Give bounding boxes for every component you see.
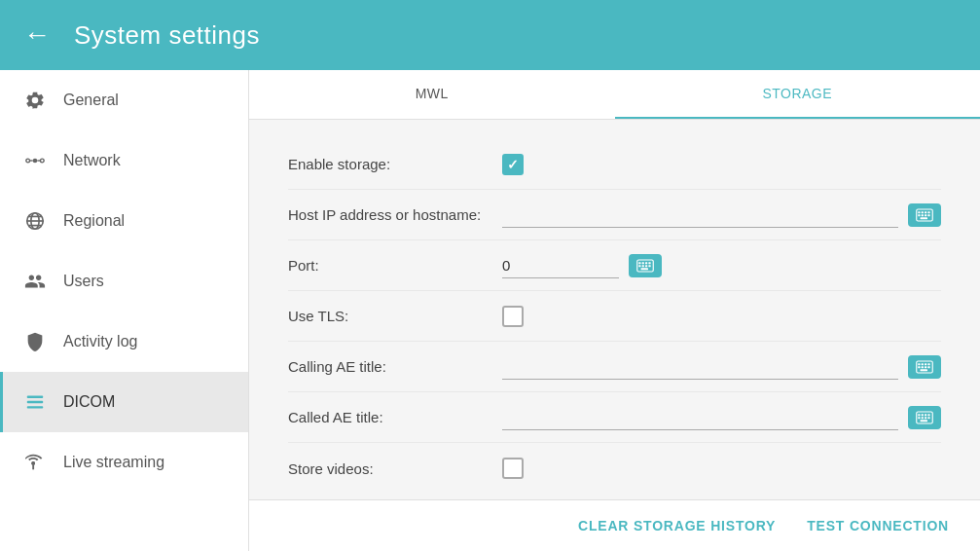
sidebar-item-regional-label: Regional (63, 212, 125, 230)
svg-rect-31 (638, 265, 640, 267)
enable-storage-label: Enable storage: (288, 156, 502, 172)
svg-rect-11 (27, 396, 44, 398)
called-ae-input[interactable] (502, 405, 898, 430)
host-ip-label: Host IP address or hostname: (288, 206, 502, 223)
svg-rect-23 (925, 214, 926, 216)
svg-rect-35 (641, 268, 649, 270)
svg-rect-19 (925, 211, 926, 213)
svg-rect-55 (921, 420, 928, 422)
use-tls-input-area (502, 306, 941, 327)
host-ip-input-area (502, 202, 941, 228)
svg-rect-32 (642, 265, 644, 267)
svg-rect-17 (918, 211, 920, 213)
svg-rect-29 (645, 262, 647, 264)
store-videos-checkbox[interactable] (502, 458, 524, 479)
back-button[interactable]: ← (23, 19, 51, 51)
gear-icon (22, 88, 48, 113)
globe-icon (22, 208, 48, 234)
sidebar-item-activity-log[interactable]: Activity log (0, 312, 248, 372)
svg-rect-47 (918, 414, 920, 416)
store-videos-input-area (502, 458, 941, 479)
called-ae-keyboard-btn[interactable] (908, 406, 941, 429)
sidebar-item-regional[interactable]: Regional (0, 191, 248, 251)
svg-rect-43 (925, 366, 926, 368)
form-row-store-videos: Store videos: (288, 443, 941, 494)
sidebar-item-general-label: General (63, 92, 119, 109)
enable-storage-checkbox[interactable] (502, 154, 524, 175)
use-tls-checkbox[interactable] (502, 306, 524, 327)
sidebar: General ··· Network (0, 70, 249, 551)
test-connection-button[interactable]: TEST CONNECTION (807, 512, 949, 539)
svg-rect-24 (927, 214, 929, 216)
clear-storage-history-button[interactable]: CLEAR STORAGE HISTORY (578, 512, 776, 539)
host-ip-input[interactable] (502, 202, 898, 228)
form-row-called-ae: Called AE title: (288, 392, 941, 443)
sidebar-item-users[interactable]: Users (0, 251, 248, 312)
sidebar-item-general[interactable]: General (0, 70, 248, 130)
content-area: MWL STORAGE Enable storage: Host IP addr… (249, 70, 980, 551)
called-ae-input-area (502, 405, 941, 430)
calling-ae-label: Calling AE title: (288, 358, 502, 375)
sidebar-item-network-label: Network (63, 152, 121, 169)
svg-point-0 (33, 159, 38, 164)
form-row-port: Port: (288, 240, 941, 291)
sidebar-item-network[interactable]: ··· Network (0, 130, 248, 191)
host-ip-keyboard-btn[interactable] (908, 203, 941, 227)
use-tls-checkbox-box[interactable] (502, 306, 524, 327)
port-input[interactable] (502, 253, 619, 278)
svg-rect-15 (32, 465, 34, 470)
svg-point-14 (31, 461, 35, 465)
svg-rect-54 (927, 417, 929, 419)
svg-rect-20 (927, 211, 929, 213)
enable-storage-checkbox-box[interactable] (502, 154, 524, 175)
port-keyboard-btn[interactable] (629, 254, 662, 277)
svg-rect-18 (922, 211, 924, 213)
shield-icon (22, 329, 48, 354)
svg-rect-27 (638, 262, 640, 264)
users-icon (22, 269, 48, 294)
calling-ae-keyboard-btn[interactable] (908, 355, 941, 379)
svg-rect-44 (927, 366, 929, 368)
sidebar-item-activity-log-label: Activity log (63, 333, 137, 350)
form-row-use-tls: Use TLS: (288, 291, 941, 342)
svg-rect-40 (927, 363, 929, 365)
sidebar-item-dicom-label: DICOM (63, 393, 115, 411)
svg-rect-28 (642, 262, 644, 264)
use-tls-label: Use TLS: (288, 308, 502, 324)
svg-rect-45 (921, 369, 928, 371)
svg-rect-48 (922, 414, 924, 416)
svg-rect-42 (922, 366, 924, 368)
enable-storage-input-area (502, 154, 941, 175)
sidebar-item-live-streaming[interactable]: Live streaming (0, 432, 248, 493)
svg-rect-12 (27, 401, 44, 403)
svg-rect-51 (918, 417, 920, 419)
svg-rect-33 (645, 265, 647, 267)
svg-rect-52 (922, 417, 924, 419)
svg-point-2 (41, 159, 45, 163)
sidebar-item-users-label: Users (63, 273, 104, 290)
signal-icon (22, 450, 48, 475)
svg-rect-13 (27, 406, 44, 408)
header: ← System settings (0, 0, 980, 70)
svg-rect-38 (922, 363, 924, 365)
svg-rect-53 (925, 417, 926, 419)
calling-ae-input[interactable] (502, 354, 898, 380)
svg-rect-30 (648, 262, 650, 264)
form-area: Enable storage: Host IP address or hostn… (249, 120, 980, 499)
svg-rect-22 (922, 214, 924, 216)
form-row-calling-ae: Calling AE title: (288, 342, 941, 392)
svg-rect-41 (918, 366, 920, 368)
called-ae-label: Called AE title: (288, 409, 502, 425)
sidebar-item-dicom[interactable]: DICOM (0, 372, 248, 432)
port-input-area (502, 253, 941, 278)
svg-point-1 (26, 159, 30, 163)
svg-rect-50 (927, 414, 929, 416)
svg-rect-34 (648, 265, 650, 267)
tab-mwl[interactable]: MWL (249, 70, 615, 119)
tab-storage[interactable]: STORAGE (615, 70, 981, 119)
svg-rect-25 (921, 217, 928, 219)
footer-actions: CLEAR STORAGE HISTORY TEST CONNECTION (249, 499, 980, 551)
store-videos-checkbox-box[interactable] (502, 458, 524, 479)
form-row-enable-storage: Enable storage: (288, 139, 941, 190)
page-title: System settings (74, 20, 260, 51)
